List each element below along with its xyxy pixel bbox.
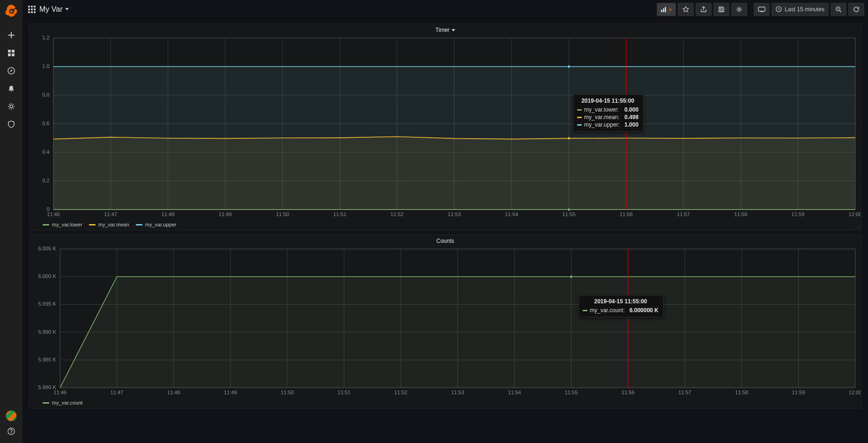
svg-point-8	[11, 433, 12, 434]
tooltip-timer: 2019-04-15 11:55:00 my_var.lower:0.000 m…	[573, 94, 644, 132]
svg-text:1.0: 1.0	[42, 63, 50, 69]
clock-icon	[776, 6, 782, 12]
svg-text:11:55: 11:55	[564, 390, 578, 395]
tooltip-title: 2019-04-15 11:55:00	[577, 98, 638, 104]
panel-timer-title[interactable]: Timer	[30, 24, 861, 33]
panel-timer-chart[interactable]: 00.20.40.60.81.01.211:4611:4711:4811:491…	[30, 33, 861, 221]
help-icon[interactable]	[0, 424, 22, 438]
svg-text:6.005 K: 6.005 K	[38, 246, 56, 251]
main: My Var + Last 15 minutes Tim	[22, 0, 868, 443]
alerting-icon[interactable]	[0, 80, 22, 98]
chevron-down-icon	[452, 29, 455, 31]
create-icon[interactable]	[0, 26, 22, 44]
dashboard-grid-icon[interactable]	[28, 6, 36, 13]
svg-rect-16	[760, 11, 763, 12]
svg-point-6	[10, 105, 13, 108]
star-button[interactable]	[678, 3, 694, 16]
svg-text:11:49: 11:49	[224, 390, 237, 395]
side-nav	[0, 0, 22, 443]
dashboards-icon[interactable]	[0, 44, 22, 62]
time-range-button[interactable]: Last 15 minutes	[772, 3, 829, 16]
chevron-down-icon	[65, 8, 69, 10]
cycle-view-button[interactable]	[754, 3, 770, 16]
svg-text:11:46: 11:46	[53, 390, 67, 395]
svg-point-67	[567, 65, 570, 68]
svg-text:5.995 K: 5.995 K	[38, 301, 56, 307]
server-admin-icon[interactable]	[0, 115, 22, 133]
add-panel-button[interactable]: +	[657, 3, 676, 16]
resize-handle-icon[interactable]	[855, 225, 860, 229]
svg-text:11:55: 11:55	[562, 211, 575, 217]
svg-text:11:57: 11:57	[677, 211, 690, 217]
legend-item-upper[interactable]: my_var.upper	[136, 222, 177, 227]
svg-text:11:53: 11:53	[448, 211, 461, 217]
svg-text:11:54: 11:54	[505, 211, 518, 217]
svg-text:11:46: 11:46	[47, 211, 60, 217]
legend-item-count[interactable]: my_var.count	[43, 400, 82, 405]
svg-point-14	[738, 8, 741, 10]
svg-text:11:51: 11:51	[333, 211, 346, 217]
svg-text:11:58: 11:58	[734, 211, 747, 217]
svg-text:11:52: 11:52	[394, 390, 408, 395]
panel-timer-legend: my_var.lower my_var.mean my_var.upper	[30, 221, 861, 230]
svg-rect-15	[758, 7, 765, 11]
svg-text:11:47: 11:47	[104, 211, 117, 217]
svg-point-65	[567, 208, 570, 211]
svg-rect-4	[12, 53, 15, 56]
svg-rect-11	[665, 7, 666, 12]
svg-text:11:50: 11:50	[276, 211, 289, 217]
svg-rect-9	[661, 10, 662, 12]
svg-text:11:50: 11:50	[281, 390, 294, 395]
panel-timer: Timer 00.20.40.60.81.01.211:4611:4711:48…	[29, 23, 861, 231]
dashboard-title[interactable]: My Var	[39, 5, 69, 14]
svg-text:11:48: 11:48	[167, 390, 180, 395]
zoom-out-button[interactable]	[831, 3, 846, 16]
svg-text:11:57: 11:57	[678, 390, 691, 395]
panel-counts-chart[interactable]: 5.980 K5.985 K5.990 K5.995 K6.000 K6.005…	[30, 244, 861, 399]
svg-text:12:00: 12:00	[849, 211, 861, 217]
grafana-logo-icon[interactable]	[4, 4, 18, 18]
svg-text:5.990 K: 5.990 K	[38, 329, 56, 335]
svg-text:11:59: 11:59	[791, 211, 804, 217]
svg-text:0.8: 0.8	[42, 92, 50, 98]
share-button[interactable]	[696, 3, 712, 16]
settings-button[interactable]	[731, 3, 747, 16]
save-button[interactable]	[713, 3, 729, 16]
svg-rect-12	[720, 7, 722, 8]
svg-text:11:59: 11:59	[792, 390, 805, 395]
refresh-button[interactable]	[848, 3, 864, 16]
topbar: My Var + Last 15 minutes	[22, 0, 868, 19]
svg-text:11:47: 11:47	[110, 390, 123, 395]
legend-item-mean[interactable]: my_var.mean	[89, 222, 129, 227]
svg-text:11:58: 11:58	[735, 390, 748, 395]
svg-text:0.6: 0.6	[42, 120, 50, 126]
svg-text:1.2: 1.2	[42, 35, 50, 40]
svg-text:11:52: 11:52	[391, 211, 404, 217]
svg-point-66	[567, 137, 570, 140]
time-range-label: Last 15 minutes	[785, 6, 824, 13]
svg-text:11:49: 11:49	[219, 211, 232, 217]
user-avatar[interactable]	[6, 410, 17, 421]
panel-counts: Counts 5.980 K5.985 K5.990 K5.995 K6.000…	[29, 234, 861, 409]
svg-rect-3	[8, 53, 11, 56]
panel-counts-title[interactable]: Counts	[30, 235, 861, 244]
svg-text:12:00: 12:00	[849, 390, 861, 395]
svg-text:5.985 K: 5.985 K	[38, 357, 56, 362]
svg-rect-1	[8, 50, 11, 53]
tooltip-counts: 2019-04-15 11:55:00 my_var.count:6.00000…	[579, 295, 664, 317]
legend-item-lower[interactable]: my_var.lower	[43, 222, 82, 227]
svg-text:11:54: 11:54	[508, 390, 521, 395]
svg-text:0.2: 0.2	[42, 178, 50, 183]
svg-rect-10	[663, 8, 664, 12]
tooltip-title: 2019-04-15 11:55:00	[583, 298, 659, 305]
dashboard-title-text: My Var	[39, 5, 62, 14]
svg-text:11:48: 11:48	[161, 211, 174, 217]
explore-icon[interactable]	[0, 62, 22, 80]
svg-point-112	[570, 275, 572, 278]
configuration-icon[interactable]	[0, 98, 22, 115]
svg-text:11:56: 11:56	[622, 390, 635, 395]
svg-rect-13	[720, 10, 723, 12]
svg-text:11:56: 11:56	[620, 211, 633, 217]
svg-text:11:53: 11:53	[451, 390, 464, 395]
svg-rect-2	[12, 50, 15, 53]
